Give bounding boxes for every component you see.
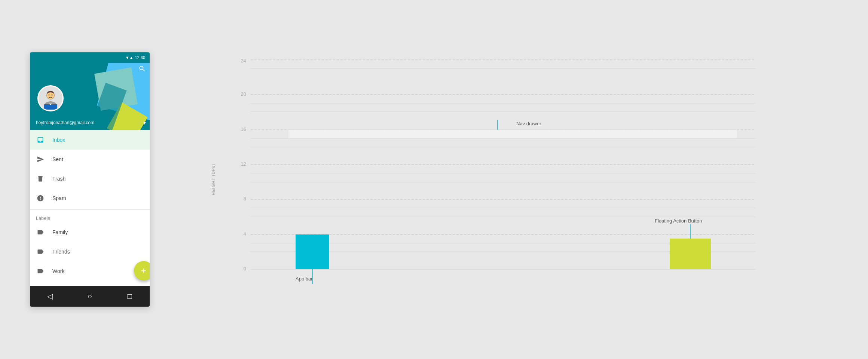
y-axis-label: HEIGHT (DPs) <box>211 164 216 196</box>
sent-label: Sent <box>52 156 63 162</box>
recents-button[interactable]: □ <box>122 289 137 304</box>
family-label: Family <box>52 229 68 235</box>
chart-svg: 24 20 16 12 8 <box>236 52 760 284</box>
email-text: heyfromjonathan@gmail.com <box>36 120 94 125</box>
sent-icon <box>36 155 45 164</box>
inbox-icon <box>36 135 45 144</box>
y-tick-24: 24 <box>241 58 246 64</box>
friends-label: Friends <box>52 249 70 255</box>
work-label: Work <box>52 268 64 274</box>
status-bar: ▼▲ 12:30 <box>30 52 150 63</box>
search-button[interactable] <box>138 65 146 74</box>
y-tick-16: 16 <box>241 126 246 132</box>
fab-icon: + <box>141 266 146 276</box>
trash-icon <box>36 174 45 183</box>
y-tick-4: 4 <box>244 231 246 237</box>
dropdown-icon[interactable]: ▾ <box>143 120 146 126</box>
svg-point-5 <box>52 95 53 96</box>
status-icons: ▼▲ 12:30 <box>125 55 145 60</box>
svg-rect-6 <box>44 104 57 110</box>
y-tick-0: 0 <box>244 266 246 271</box>
nav-item-friends[interactable]: Friends <box>30 242 150 261</box>
email-row: heyfromjonathan@gmail.com ▾ <box>36 120 146 126</box>
nav-drawer-bar <box>288 130 737 138</box>
chart-area: HEIGHT (DPs) 24 20 16 <box>195 52 838 307</box>
inbox-label: Inbox <box>52 137 65 143</box>
fab-bar <box>670 239 711 269</box>
drawer-header: heyfromjonathan@gmail.com ▾ <box>30 63 150 130</box>
y-tick-8: 8 <box>244 196 246 202</box>
divider <box>30 209 150 210</box>
fab-label: Floating Action Button <box>655 218 702 224</box>
nav-item-spam[interactable]: Spam <box>30 188 150 208</box>
trash-label: Trash <box>52 176 65 182</box>
nav-list: Inbox Sent Trash <box>30 130 150 286</box>
family-label-icon <box>36 228 45 237</box>
avatar <box>37 85 64 111</box>
y-tick-20: 20 <box>241 91 246 97</box>
signal-icon: ▼▲ <box>125 55 134 60</box>
svg-point-4 <box>49 95 50 96</box>
spam-icon <box>36 194 45 203</box>
nav-drawer-label: Nav drawer <box>516 121 541 126</box>
bottom-nav: ◁ ○ □ <box>30 286 150 307</box>
work-label-icon <box>36 267 45 276</box>
phone-mockup: ▼▲ 12:30 <box>30 52 150 307</box>
chart-container: HEIGHT (DPs) 24 20 16 <box>195 52 838 307</box>
avatar-container <box>37 85 64 111</box>
nav-item-family[interactable]: Family <box>30 223 150 242</box>
back-button[interactable]: ◁ <box>42 289 57 304</box>
nav-item-sent[interactable]: Sent <box>30 150 150 169</box>
labels-section-heading: Labels <box>30 211 150 223</box>
friends-label-icon <box>36 247 45 256</box>
home-button[interactable]: ○ <box>82 289 97 304</box>
nav-item-trash[interactable]: Trash <box>30 169 150 188</box>
app-bar-label: App bar <box>296 276 313 282</box>
app-bar-bar <box>296 234 329 269</box>
spam-label: Spam <box>52 195 66 201</box>
nav-item-inbox[interactable]: Inbox <box>30 130 150 150</box>
time-display: 12:30 <box>135 55 145 60</box>
y-tick-12: 12 <box>241 161 246 167</box>
nav-item-work[interactable]: Work <box>30 261 150 281</box>
